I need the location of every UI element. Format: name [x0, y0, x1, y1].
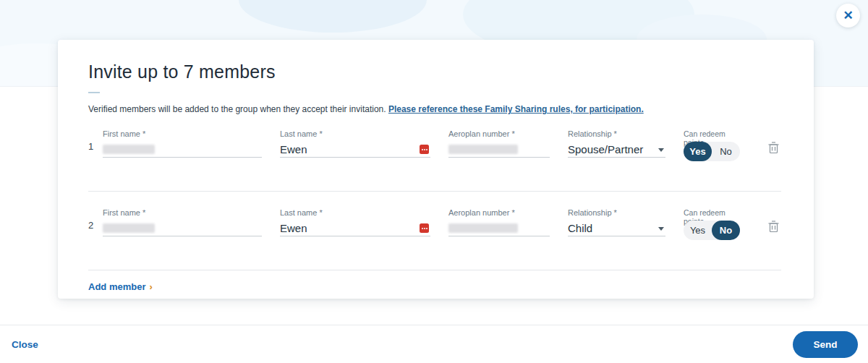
send-button[interactable]: Send [793, 331, 858, 358]
chevron-down-icon[interactable] [658, 148, 664, 152]
dialog-description: Verified members will be added to the gr… [88, 104, 781, 114]
aeroplan-number-label: Aeroplan number * [448, 208, 550, 218]
row-divider [88, 270, 781, 270]
description-text: Verified members will be added to the gr… [88, 104, 386, 114]
can-redeem-toggle-group: Can redeem points Yes No [684, 208, 747, 240]
member-rows: 1 First name * Last name * Ewen Aeroplan… [88, 129, 781, 293]
last-name-label: Last name * [280, 129, 430, 140]
can-redeem-label: Can redeem points [684, 208, 747, 218]
member-row: 1 First name * Last name * Ewen Aeroplan… [88, 129, 781, 161]
can-redeem-toggle[interactable]: Yes No [684, 221, 740, 240]
delete-member-button[interactable] [768, 221, 779, 233]
aeroplan-number-input[interactable] [448, 221, 550, 236]
relationship-value: Spouse/Partner [568, 143, 643, 155]
first-name-field[interactable]: First name * [103, 208, 262, 240]
trash-icon [768, 142, 779, 154]
trash-icon [768, 221, 779, 233]
last-name-value: Ewen [280, 222, 307, 234]
row-index: 1 [88, 129, 103, 161]
dialog-footer-bar: Close Send [0, 325, 868, 363]
aeroplan-number-field[interactable]: Aeroplan number * [448, 129, 550, 161]
can-redeem-toggle-group: Can redeem points Yes No [684, 129, 747, 161]
relationship-label: Relationship * [568, 129, 665, 140]
redeem-no-pill[interactable]: No [712, 142, 740, 161]
add-member-label: Add member [88, 281, 145, 292]
relationship-value: Child [568, 222, 592, 234]
can-redeem-toggle[interactable]: Yes No [684, 142, 740, 161]
last-name-label: Last name * [280, 208, 430, 218]
last-name-field[interactable]: Last name * Ewen [280, 208, 430, 240]
first-name-field[interactable]: First name * [103, 129, 262, 161]
chevron-down-icon[interactable] [658, 227, 664, 231]
redacted-value [448, 223, 518, 233]
delete-member-button[interactable] [768, 142, 779, 154]
aeroplan-number-field[interactable]: Aeroplan number * [448, 208, 550, 240]
relationship-value-box[interactable]: Child [568, 221, 665, 236]
first-name-input[interactable] [103, 142, 262, 158]
autofill-extension-icon[interactable] [420, 223, 429, 233]
last-name-field[interactable]: Last name * Ewen [280, 129, 430, 161]
first-name-label: First name * [103, 129, 262, 140]
page-title: Invite up to 7 members [88, 61, 781, 82]
redacted-value [448, 145, 518, 154]
last-name-value: Ewen [280, 143, 307, 155]
aeroplan-number-input[interactable] [448, 142, 550, 158]
autofill-extension-icon[interactable] [420, 145, 429, 154]
family-sharing-rules-link[interactable]: Please reference these Family Sharing ru… [388, 104, 644, 114]
invite-members-dialog: Invite up to 7 members Verified members … [58, 40, 814, 299]
last-name-input[interactable]: Ewen [280, 221, 430, 236]
redeem-yes-pill[interactable]: Yes [684, 142, 712, 161]
redacted-value [103, 223, 155, 233]
add-member-link[interactable]: Add member › [88, 281, 153, 292]
relationship-value-box[interactable]: Spouse/Partner [568, 142, 665, 158]
cloud-shape [239, 0, 427, 33]
member-row: 2 First name * Last name * Ewen Aeroplan… [88, 208, 781, 240]
row-index: 2 [88, 208, 103, 240]
relationship-label: Relationship * [568, 208, 665, 218]
close-button[interactable]: Close [12, 339, 38, 350]
first-name-label: First name * [103, 208, 262, 218]
title-accent-dash [88, 92, 100, 93]
redeem-no-pill[interactable]: No [712, 221, 740, 240]
first-name-input[interactable] [103, 221, 262, 236]
redeem-yes-pill[interactable]: Yes [684, 221, 712, 240]
dialog-close-button[interactable]: ✕ [836, 4, 860, 27]
chevron-right-icon: › [149, 281, 152, 292]
redacted-value [103, 145, 155, 154]
row-divider [88, 191, 781, 192]
relationship-select[interactable]: Relationship * Spouse/Partner [568, 129, 665, 161]
close-icon: ✕ [843, 9, 853, 22]
relationship-select[interactable]: Relationship * Child [568, 208, 665, 240]
last-name-input[interactable]: Ewen [280, 142, 430, 158]
can-redeem-label: Can redeem points [684, 129, 747, 140]
aeroplan-number-label: Aeroplan number * [448, 129, 550, 140]
